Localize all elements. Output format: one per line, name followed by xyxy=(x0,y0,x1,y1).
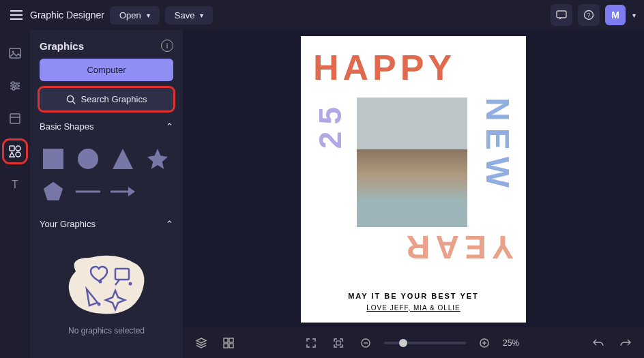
svg-point-20 xyxy=(99,280,102,284)
zoom-out-icon[interactable] xyxy=(357,334,375,352)
your-graphics-header[interactable]: Your Graphics ⌃ xyxy=(40,215,173,233)
svg-rect-0 xyxy=(557,11,566,18)
computer-button[interactable]: Computer xyxy=(40,59,173,81)
basic-shapes-grid xyxy=(40,143,173,208)
chevron-up-icon: ⌃ xyxy=(166,219,173,229)
chevron-down-icon[interactable]: ▾ xyxy=(632,12,636,19)
svg-rect-25 xyxy=(229,338,233,342)
svg-point-11 xyxy=(16,146,20,151)
shape-square[interactable] xyxy=(40,145,67,173)
shape-arrow[interactable] xyxy=(109,178,136,205)
svg-rect-27 xyxy=(229,344,233,348)
svg-rect-26 xyxy=(224,344,228,348)
svg-point-6 xyxy=(16,85,18,87)
left-rail: T xyxy=(0,30,30,358)
grid-icon[interactable] xyxy=(220,334,237,352)
design-tagline: MAY IT BE YOUR BEST YET xyxy=(313,292,514,300)
feedback-button[interactable] xyxy=(551,4,572,26)
help-button[interactable]: ? xyxy=(578,4,600,26)
layers-icon[interactable] xyxy=(192,334,210,352)
shape-circle[interactable] xyxy=(74,145,102,173)
search-graphics-button[interactable]: Search Graphics xyxy=(40,88,173,110)
canvas-viewport[interactable]: HAPPY NEW 25 YEAR MAY IT BE YOUR BEST YE… xyxy=(183,30,644,328)
rail-adjust-icon[interactable] xyxy=(5,76,25,95)
shape-pentagon[interactable] xyxy=(40,178,67,205)
design-text-happy: HAPPY xyxy=(313,47,514,88)
zoom-slider[interactable] xyxy=(384,342,466,344)
open-button[interactable]: Open▾ xyxy=(110,6,160,25)
empty-illustration xyxy=(62,251,151,319)
chevron-up-icon: ⌃ xyxy=(166,121,173,132)
design-photo xyxy=(357,98,467,227)
fit-icon[interactable] xyxy=(330,334,347,352)
design-text-year: YEAR xyxy=(313,228,514,266)
shape-line[interactable] xyxy=(74,178,102,205)
rail-image-icon[interactable] xyxy=(5,44,25,63)
zoom-thumb[interactable] xyxy=(399,339,407,347)
design-signature: LOVE JEFF, MIA & OLLIE xyxy=(313,304,514,312)
redo-icon[interactable] xyxy=(617,334,634,352)
panel-title: Graphics xyxy=(40,40,84,52)
zoom-label: 25% xyxy=(503,338,525,348)
rail-graphics-icon[interactable] xyxy=(5,142,25,161)
svg-point-22 xyxy=(129,282,132,286)
user-avatar[interactable]: M xyxy=(605,5,626,25)
your-graphics-empty: No graphics selected xyxy=(40,240,173,346)
save-button[interactable]: Save▾ xyxy=(165,6,214,25)
search-icon xyxy=(66,95,76,104)
chevron-down-icon: ▾ xyxy=(200,12,203,19)
svg-point-5 xyxy=(12,82,14,85)
svg-point-14 xyxy=(67,95,73,102)
shape-star[interactable] xyxy=(144,145,171,173)
svg-point-7 xyxy=(12,87,15,90)
info-icon[interactable]: i xyxy=(161,40,173,52)
top-bar: Graphic Designer Open▾ Save▾ ? M ▾ xyxy=(0,0,644,30)
app-title: Graphic Designer xyxy=(30,10,104,20)
rail-text-icon[interactable]: T xyxy=(5,175,25,194)
svg-rect-24 xyxy=(224,338,228,342)
bottom-bar: 25% xyxy=(183,328,644,358)
undo-icon[interactable] xyxy=(589,334,607,352)
svg-point-17 xyxy=(78,149,98,169)
rail-template-icon[interactable] xyxy=(5,109,25,128)
svg-point-23 xyxy=(98,303,101,306)
zoom-in-icon[interactable] xyxy=(475,334,493,352)
menu-icon[interactable] xyxy=(8,7,25,23)
canvas-area: HAPPY NEW 25 YEAR MAY IT BE YOUR BEST YE… xyxy=(183,30,644,358)
svg-line-15 xyxy=(72,101,75,104)
svg-rect-8 xyxy=(10,114,20,123)
svg-text:?: ? xyxy=(587,12,590,18)
design-text-25: 25 xyxy=(312,100,349,149)
design-text-new: NEW xyxy=(479,98,516,194)
svg-rect-28 xyxy=(336,341,340,345)
empty-text: No graphics selected xyxy=(68,326,145,335)
shape-triangle[interactable] xyxy=(109,145,136,173)
svg-text:T: T xyxy=(12,179,18,190)
svg-rect-16 xyxy=(43,149,63,169)
svg-rect-10 xyxy=(10,146,14,151)
design-card[interactable]: HAPPY NEW 25 YEAR MAY IT BE YOUR BEST YE… xyxy=(301,36,526,323)
graphics-panel: Graphics i Computer Search Graphics Basi… xyxy=(30,30,183,358)
svg-rect-3 xyxy=(10,48,20,58)
basic-shapes-header[interactable]: Basic Shapes ⌃ xyxy=(40,117,173,136)
fullscreen-icon[interactable] xyxy=(302,334,320,352)
chevron-down-icon: ▾ xyxy=(147,12,150,19)
svg-point-12 xyxy=(16,152,20,157)
